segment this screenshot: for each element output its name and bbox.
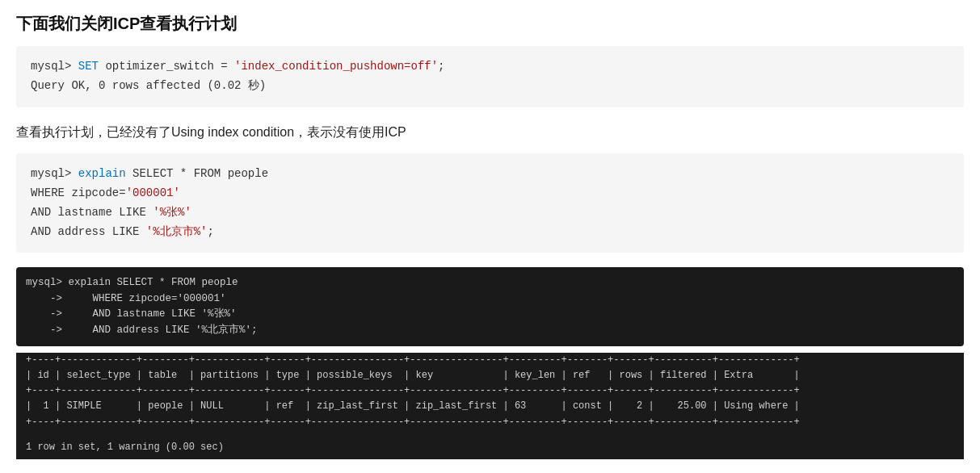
semicolon: ; xyxy=(207,225,213,238)
and-address: AND address LIKE xyxy=(31,225,146,238)
code-block-set-optimizer: mysql> SET optimizer_switch = 'index_con… xyxy=(16,46,964,107)
table-sep-1: +----+-------------+--------+-----------… xyxy=(26,354,800,366)
terminal-cmd-4: -> AND address LIKE '%北京市%'; xyxy=(26,324,258,336)
code-mid-1: optimizer_switch = xyxy=(99,60,234,73)
and-lastname: AND lastname LIKE xyxy=(31,206,153,219)
keyword-set: SET xyxy=(78,60,99,73)
terminal-cmd-1: mysql> explain SELECT * FROM people xyxy=(26,277,238,288)
where-clause: WHERE zipcode= xyxy=(31,186,126,199)
lastname-string: '%张%' xyxy=(153,206,191,219)
code-block-explain: mysql> explain SELECT * FROM people WHER… xyxy=(16,153,964,253)
code-line-1: mysql> SET optimizer_switch = 'index_con… xyxy=(31,57,949,77)
terminal-cmd-3: -> AND lastname LIKE '%张%' xyxy=(26,308,237,320)
prompt-1: mysql> xyxy=(31,60,78,73)
explain-line-2: WHERE zipcode='000001' xyxy=(31,184,949,203)
code-end-1: ; xyxy=(438,60,444,73)
string-icp: 'index_condition_pushdown=off' xyxy=(234,60,438,73)
table-row: | 1 | SIMPLE | people | NULL | ref | zip… xyxy=(26,400,800,412)
page-heading: 下面我们关闭ICP查看执行计划 xyxy=(16,13,964,35)
terminal-table: +----+-------------+--------+-----------… xyxy=(16,353,964,438)
explain-line-3: AND lastname LIKE '%张%' xyxy=(31,203,949,223)
table-header: | id | select_type | table | partitions … xyxy=(26,370,800,381)
terminal-footer: 1 row in set, 1 warning (0.00 sec) xyxy=(16,438,964,459)
explain-line-1: mysql> explain SELECT * FROM people xyxy=(31,165,949,184)
terminal-cmd-2: -> WHERE zipcode='000001' xyxy=(26,293,226,304)
explain-rest-1: SELECT * FROM people xyxy=(126,167,268,180)
explain-line-4: AND address LIKE '%北京市%'; xyxy=(31,223,949,242)
address-string: '%北京市%' xyxy=(146,225,208,238)
keyword-explain: explain xyxy=(78,167,126,180)
prompt-2: mysql> xyxy=(31,167,78,180)
table-sep-2: +----+-------------+--------+-----------… xyxy=(26,385,800,396)
terminal-commands: mysql> explain SELECT * FROM people -> W… xyxy=(16,267,964,346)
zipcode-string: '000001' xyxy=(126,186,180,199)
table-sep-3: +----+-------------+--------+-----------… xyxy=(26,416,800,428)
code-line-2: Query OK, 0 rows affected (0.02 秒) xyxy=(31,77,949,96)
prose-text: 查看执行计划，已经没有了Using index condition，表示没有使用… xyxy=(16,122,964,143)
